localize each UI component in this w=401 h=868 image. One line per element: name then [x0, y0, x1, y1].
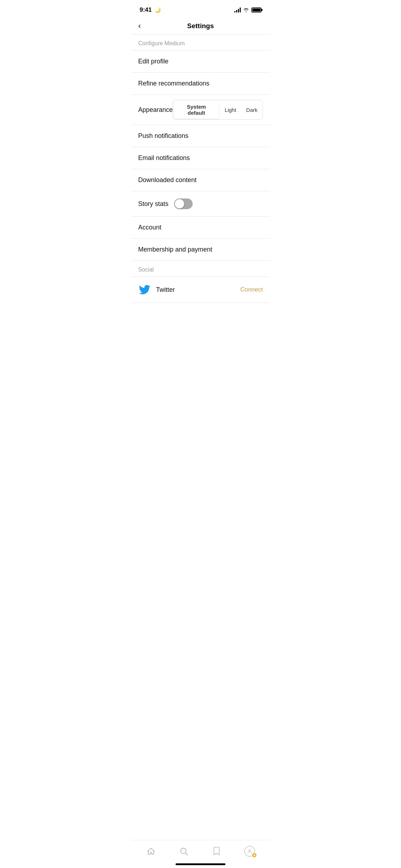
settings-item-edit-profile[interactable]: Edit profile — [131, 51, 270, 73]
page-title: Settings — [187, 22, 214, 30]
story-stats-label: Story stats — [138, 200, 168, 208]
email-notifications-label: Email notifications — [138, 154, 190, 162]
battery-icon — [251, 7, 261, 12]
downloaded-content-label: Downloaded content — [138, 176, 197, 184]
story-stats-toggle[interactable] — [174, 198, 193, 209]
status-icons — [234, 7, 261, 12]
settings-item-push-notifications[interactable]: Push notifications — [131, 125, 270, 147]
nav-header: ‹ Settings — [131, 18, 270, 35]
status-bar: 9:41 🌙 — [131, 0, 270, 18]
appearance-light[interactable]: Light — [220, 104, 241, 116]
settings-item-refine[interactable]: Refine recommendations — [131, 73, 270, 95]
settings-item-twitter: Twitter Connect — [131, 277, 270, 303]
twitter-left: Twitter — [138, 283, 175, 296]
section-header-social: Social — [131, 261, 270, 277]
account-label: Account — [138, 224, 161, 231]
status-time: 9:41 — [140, 6, 152, 13]
appearance-dark[interactable]: Dark — [241, 104, 262, 116]
settings-item-account[interactable]: Account — [131, 217, 270, 239]
settings-item-email-notifications[interactable]: Email notifications — [131, 147, 270, 169]
settings-list: Configure Medium Edit profile Refine rec… — [131, 35, 270, 303]
back-button[interactable]: ‹ — [138, 21, 141, 31]
signal-icon — [234, 7, 241, 12]
settings-item-appearance: Appearance System default Light Dark — [131, 95, 270, 125]
appearance-label: Appearance — [138, 106, 173, 114]
settings-item-downloaded-content[interactable]: Downloaded content — [131, 169, 270, 191]
push-notifications-label: Push notifications — [138, 132, 188, 140]
section-header-configure: Configure Medium — [131, 35, 270, 51]
wifi-icon — [243, 7, 249, 12]
edit-profile-label: Edit profile — [138, 58, 168, 65]
twitter-icon — [138, 283, 151, 296]
toggle-knob — [175, 199, 184, 208]
appearance-system-default[interactable]: System default — [174, 101, 219, 119]
twitter-label: Twitter — [156, 286, 175, 294]
membership-label: Membership and payment — [138, 246, 212, 253]
settings-item-story-stats: Story stats — [131, 191, 270, 217]
twitter-connect-button[interactable]: Connect — [240, 286, 263, 293]
refine-label: Refine recommendations — [138, 80, 209, 87]
moon-icon: 🌙 — [155, 7, 161, 13]
status-time-area: 9:41 🌙 — [140, 6, 161, 14]
appearance-options: System default Light Dark — [173, 100, 263, 120]
settings-item-membership[interactable]: Membership and payment — [131, 239, 270, 261]
